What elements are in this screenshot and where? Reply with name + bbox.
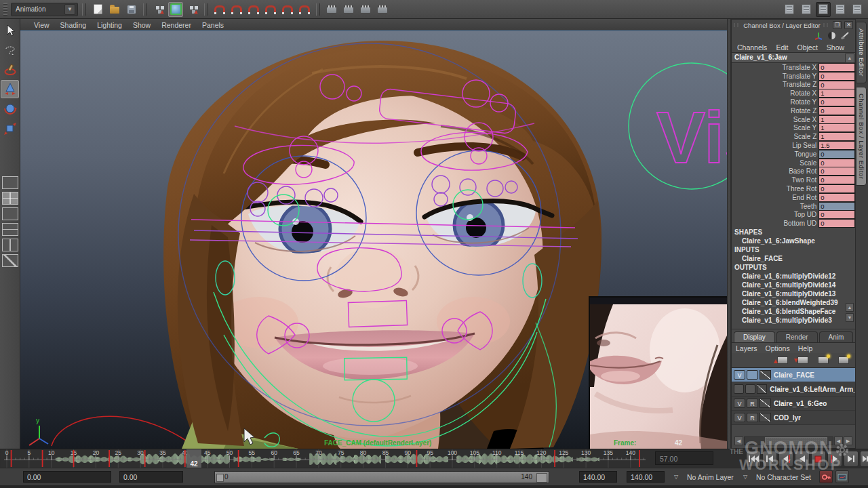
channel-value-field[interactable]: 1 xyxy=(818,89,855,98)
viewport-menu-view[interactable]: View xyxy=(34,21,50,29)
range-start-handle[interactable] xyxy=(216,474,224,482)
node-item[interactable]: Claire_v1_6:blendWeighted39 xyxy=(732,298,855,307)
animation-start-field[interactable]: 0.00 xyxy=(119,471,183,483)
scroll-left-icon[interactable]: ◀ xyxy=(834,436,843,445)
viewport-menu-lighting[interactable]: Lighting xyxy=(97,21,122,29)
channel-value-field[interactable]: 1 xyxy=(818,115,855,124)
render-settings-button[interactable] xyxy=(375,2,390,17)
layout-hypergraph-pane[interactable] xyxy=(2,254,18,267)
new-empty-layer-button[interactable] xyxy=(816,353,831,368)
save-scene-button[interactable] xyxy=(124,2,139,17)
select-by-object-button[interactable] xyxy=(168,2,183,17)
speed-state-icon[interactable] xyxy=(827,31,836,41)
node-item[interactable]: Claire_FACE xyxy=(732,254,855,263)
layer-horizontal-scrollbar[interactable]: ◀ ◀ ▶ xyxy=(734,436,852,445)
step-back-one-frame-button[interactable] xyxy=(778,451,793,467)
scrollbar-thumb[interactable] xyxy=(765,437,827,445)
tab-anim[interactable]: Anim xyxy=(819,331,854,342)
hyperbolic-slider-icon[interactable] xyxy=(840,31,850,41)
stop-button[interactable] xyxy=(811,451,826,467)
go-to-end-button[interactable] xyxy=(860,451,868,467)
snap-to-curve-button[interactable] xyxy=(229,2,244,17)
node-item[interactable]: Claire_v1_6:multiplyDivide12 xyxy=(732,272,855,281)
snap-to-point-button[interactable] xyxy=(246,2,261,17)
close-icon[interactable]: ✕ xyxy=(844,21,853,29)
make-live-button[interactable] xyxy=(297,2,312,17)
channel-value-field[interactable]: 0 xyxy=(818,159,855,167)
layer-color-swatch[interactable] xyxy=(760,413,771,422)
anim-layer-selector[interactable]: No Anim Layer xyxy=(687,473,734,481)
toolbar-grip[interactable] xyxy=(3,3,7,16)
new-scene-button[interactable] xyxy=(90,2,105,17)
attribute-editor-toggle-button[interactable] xyxy=(850,2,865,17)
channel-value-field[interactable]: 0 xyxy=(818,72,855,81)
channel-value-field[interactable]: 0 xyxy=(818,184,855,193)
channel-box-menu-show[interactable]: Show xyxy=(827,43,844,52)
layer-visible-toggle[interactable]: V xyxy=(734,413,745,422)
layer-row-claire-v1-6-geo[interactable]: VRClaire_v1_6:Geo xyxy=(732,396,855,411)
channel-value-field[interactable]: 0 xyxy=(818,176,855,184)
side-tab-attribute-editor[interactable]: Attribute Editor xyxy=(856,22,867,83)
chevron-down-icon[interactable]: ▽ xyxy=(743,474,752,481)
auto-keyframe-button[interactable] xyxy=(819,470,833,483)
render-view-button[interactable] xyxy=(324,2,339,17)
select-by-hierarchy-button[interactable] xyxy=(151,2,166,17)
range-slider-track[interactable]: 0 140 xyxy=(214,471,549,483)
viewport-menu-renderer[interactable]: Renderer xyxy=(161,21,191,29)
layout-four-pane[interactable] xyxy=(2,192,18,205)
channel-value-field[interactable]: 0 xyxy=(818,98,855,106)
layer-visible-toggle[interactable] xyxy=(734,384,744,394)
node-item[interactable]: Claire_v1_6:blendShapeFace xyxy=(732,307,855,316)
channel-value-field[interactable]: 0 xyxy=(818,210,855,219)
snap-to-grid-button[interactable] xyxy=(212,2,227,17)
scroll-down-icon[interactable]: ▼ xyxy=(846,313,854,322)
channel-box-menu-object[interactable]: Object xyxy=(797,43,817,52)
scale-tool[interactable] xyxy=(1,119,19,138)
layer-renderable-toggle[interactable] xyxy=(745,384,755,394)
lasso-select-tool[interactable] xyxy=(1,41,19,59)
channel-value-field[interactable]: 0 xyxy=(818,150,855,159)
restore-icon[interactable]: ❐ xyxy=(833,21,842,29)
layer-color-swatch[interactable] xyxy=(757,384,767,394)
channel-value-field[interactable]: 0 xyxy=(818,167,855,176)
paint-select-tool[interactable] xyxy=(1,60,19,79)
playback-start-field[interactable]: 0.00 xyxy=(23,471,111,483)
viewport-canvas[interactable]: Vis y xyxy=(20,31,727,449)
side-tab-channel-box-layer-editor[interactable]: Channel Box / Layer Editor xyxy=(856,87,867,186)
tool-settings-toggle-button[interactable] xyxy=(833,2,848,17)
current-time-field[interactable]: 57.00 xyxy=(655,451,713,465)
channel-value-field[interactable]: 0 xyxy=(818,193,855,202)
layer-row-claire-face[interactable]: VClaire_FACE xyxy=(732,368,855,382)
channel-box-toggle-button[interactable] xyxy=(816,2,831,17)
channel-value-field[interactable]: 0 xyxy=(818,81,855,89)
node-item[interactable]: Claire_v1_6:JawShape xyxy=(732,237,855,245)
select-by-component-button[interactable] xyxy=(185,2,200,17)
scroll-up-icon[interactable]: ▲ xyxy=(846,303,854,312)
channel-box-scrollbar[interactable]: ▲▼ xyxy=(846,303,854,323)
scroll-right-icon[interactable]: ▶ xyxy=(844,436,852,445)
channel-value-field[interactable]: 0 xyxy=(818,106,855,115)
animation-preferences-button[interactable] xyxy=(835,470,849,483)
layer-row-claire-v1-6-leftarm-arm-ik[interactable]: Claire_v1_6:LeftArm_Arm_IK_ xyxy=(732,382,855,396)
layout-persp-outliner[interactable] xyxy=(2,207,18,220)
viewport-menu-panels[interactable]: Panels xyxy=(202,21,224,29)
channel-value-field[interactable]: 1 xyxy=(818,123,855,132)
tab-render[interactable]: Render xyxy=(776,331,818,342)
visibility-control-text[interactable]: Vis xyxy=(656,96,727,178)
layer-renderable-toggle[interactable]: R xyxy=(747,399,758,408)
ipr-render-button[interactable] xyxy=(358,2,373,17)
layer-renderable-toggle[interactable]: R xyxy=(747,413,758,422)
layer-menu-help[interactable]: Help xyxy=(798,344,813,352)
play-backwards-button[interactable] xyxy=(795,451,810,467)
time-slider-track[interactable]: 0510152025303540455055606570758085909510… xyxy=(1,449,650,468)
show-grid-button[interactable] xyxy=(782,2,797,17)
rotate-tool[interactable] xyxy=(1,100,19,118)
modeling-toolkit-button[interactable] xyxy=(799,2,814,17)
character-set-selector[interactable]: No Character Set xyxy=(756,473,811,481)
layer-menu-layers[interactable]: Layers xyxy=(736,344,757,352)
layout-persp-horizontal[interactable] xyxy=(2,223,18,236)
viewport-menu-show[interactable]: Show xyxy=(133,21,151,29)
snap-to-projected-center-button[interactable] xyxy=(263,2,278,17)
red-motion-curve[interactable] xyxy=(52,416,191,449)
menuset-dropdown[interactable]: Animation ▼ xyxy=(11,3,78,16)
